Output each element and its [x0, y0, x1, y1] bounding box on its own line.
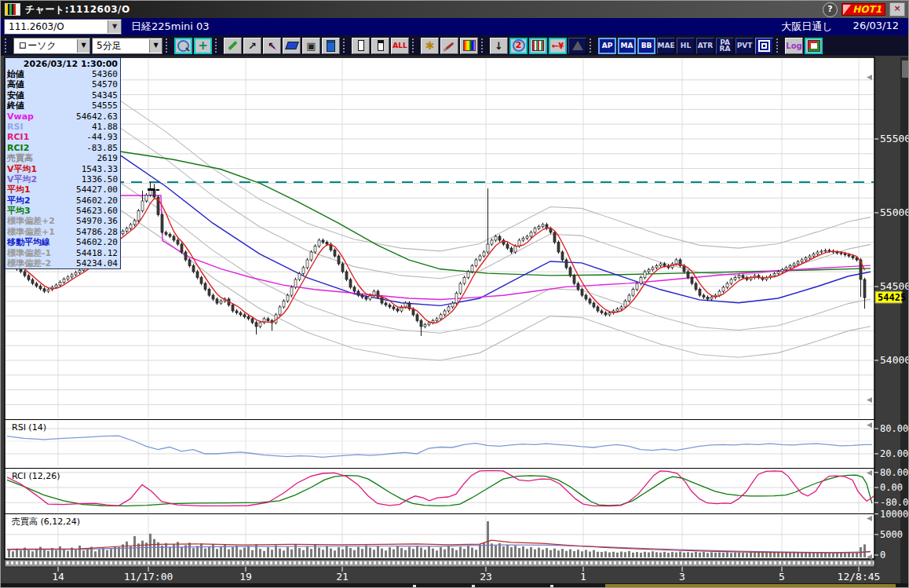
info-row: RCI2-83.85 — [7, 143, 118, 153]
info-row-value: 54234.04 — [76, 258, 118, 268]
info-row-value: 54360 — [92, 69, 118, 79]
crosshair-timestamp: 2026/03/12 1:30:00 — [7, 59, 118, 69]
info-row-label: 始値 — [7, 69, 92, 79]
info-row-label: V平均1 — [7, 164, 82, 174]
info-row-value: 54555 — [92, 100, 118, 111]
info-row-value: 2619 — [97, 153, 119, 163]
info-row: RCI1-44.93 — [7, 132, 118, 142]
info-row: 平均354623.60 — [7, 206, 118, 216]
last-price-tag: 54425 — [875, 291, 906, 303]
info-row: 安値54345 — [7, 90, 118, 100]
info-row: 平均254602.20 — [7, 195, 118, 206]
info-row: V平均21336.50 — [7, 174, 118, 184]
info-row: 高値54570 — [7, 79, 118, 89]
svg-text:19: 19 — [239, 571, 252, 583]
info-row-value: 54570 — [92, 79, 118, 89]
info-row-label: 平均1 — [7, 184, 76, 195]
info-row-label: V平均2 — [7, 174, 82, 184]
svg-text:20.00: 20.00 — [880, 448, 908, 459]
svg-text:1: 1 — [580, 571, 586, 583]
info-row-value: 54345 — [92, 90, 118, 100]
chart-area[interactable]: RSI (14)RCI (12,26)売買高 (6,12,24)55500550… — [1, 1, 909, 588]
info-row-value: 54642.63 — [76, 111, 118, 122]
info-row-label: 標準偏差+1 — [7, 227, 76, 237]
svg-text:80.00: 80.00 — [880, 423, 908, 434]
svg-text:21: 21 — [336, 571, 349, 583]
info-row-value: 54786.28 — [76, 227, 118, 237]
info-row-value: 54602.20 — [76, 237, 118, 247]
chart-window: チャート:1112603/O ? HOT1 × 111.2603/O ▼ 日経2… — [0, 0, 909, 588]
svg-text:5: 5 — [779, 571, 785, 583]
info-row-label: RSI — [7, 122, 92, 132]
info-panel: 2026/03/12 1:30:00 始値54360高値54570安値54345… — [5, 57, 121, 269]
svg-text:3: 3 — [679, 571, 685, 583]
info-row: 標準偏差-254234.04 — [7, 258, 118, 268]
svg-text:RSI (14): RSI (14) — [12, 422, 46, 433]
svg-text:80.00: 80.00 — [880, 467, 908, 478]
background-window-fragment — [472, 585, 475, 587]
info-row-label: 平均3 — [7, 206, 76, 216]
info-row: 始値54360 — [7, 69, 118, 79]
background-window-fragment — [550, 585, 553, 587]
info-row-label: 高値 — [7, 79, 92, 89]
info-row-value: -44.93 — [86, 132, 118, 142]
info-row-label: RCI1 — [7, 132, 86, 142]
svg-text:55500: 55500 — [880, 133, 909, 144]
info-row-label: 標準偏差+2 — [7, 216, 76, 226]
info-row-label: 平均2 — [7, 195, 76, 206]
svg-text:12/8:45: 12/8:45 — [838, 571, 881, 583]
info-row: 終値54555 — [7, 100, 118, 111]
horizontal-scrollbar[interactable] — [5, 560, 874, 567]
info-row-value: -83.85 — [86, 143, 118, 153]
info-row-label: 売買高 — [7, 153, 97, 163]
info-row: V平均11543.33 — [7, 164, 118, 174]
info-row: 売買高2619 — [7, 153, 118, 163]
svg-text:23: 23 — [480, 571, 492, 583]
info-row-value: 1336.50 — [82, 174, 118, 184]
svg-text:売買高 (6,12,24): 売買高 (6,12,24) — [12, 517, 80, 527]
info-row-label: 移動平均線 — [7, 237, 76, 247]
info-row-label: RCI2 — [7, 143, 86, 153]
svg-text:10000: 10000 — [880, 509, 908, 520]
info-row-value: 41.88 — [92, 122, 118, 132]
svg-text:54000: 54000 — [880, 354, 909, 366]
svg-text:54500: 54500 — [880, 280, 909, 292]
info-row-value: 54623.60 — [76, 206, 118, 216]
svg-text:11/17:00: 11/17:00 — [124, 571, 173, 583]
svg-text:54425: 54425 — [878, 292, 906, 303]
info-row-value: 1543.33 — [82, 164, 118, 174]
info-row-label: Vwap — [7, 111, 76, 122]
info-row: 標準偏差+254970.36 — [7, 216, 118, 226]
info-row-value: 54427.00 — [76, 184, 118, 195]
info-row-label: 終値 — [7, 100, 92, 111]
info-row: Vwap54642.63 — [7, 111, 118, 122]
svg-text:RCI (12,26): RCI (12,26) — [12, 471, 60, 481]
svg-text:0.00: 0.00 — [880, 482, 903, 493]
info-row-value: 54418.12 — [76, 248, 118, 258]
svg-text:5000: 5000 — [880, 529, 903, 540]
window-bottom-edge — [1, 583, 909, 588]
svg-text:14: 14 — [52, 571, 64, 583]
svg-text:55000: 55000 — [880, 206, 909, 218]
info-row: 標準偏差-154418.12 — [7, 248, 118, 258]
info-row-label: 標準偏差-2 — [7, 258, 76, 268]
info-row-value: 54602.20 — [76, 195, 118, 206]
info-row-value: 54970.36 — [76, 216, 118, 226]
info-row-label: 標準偏差-1 — [7, 248, 76, 258]
info-row: RSI41.88 — [7, 122, 118, 132]
info-row-label: 安値 — [7, 90, 92, 100]
svg-text:-80.00: -80.00 — [880, 497, 909, 508]
info-row: 標準偏差+154786.28 — [7, 227, 118, 237]
background-window-fragment — [605, 584, 896, 588]
svg-text:0: 0 — [880, 550, 885, 561]
background-window-fragment — [413, 585, 416, 587]
info-row: 平均154427.00 — [7, 184, 118, 195]
info-row: 移動平均線54602.20 — [7, 237, 118, 247]
